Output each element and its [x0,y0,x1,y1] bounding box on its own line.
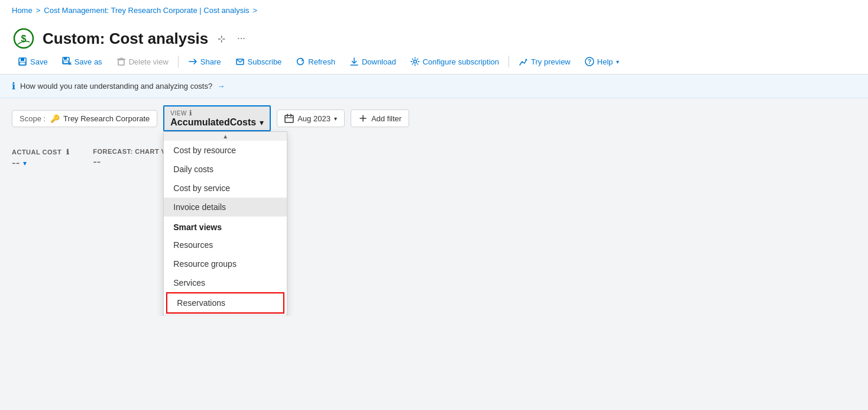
share-icon [188,57,197,66]
add-filter-icon [358,114,368,123]
invoice-details-label: Invoice details [173,202,226,212]
breadcrumb-home[interactable]: Home [12,6,33,15]
actual-cost-label: ACTUAL COST [12,148,61,156]
actual-cost-chevron[interactable]: ▾ [23,159,27,167]
view-dropdown-container: VIEW ℹ AccumulatedCosts ▾ ▲ Cost by reso… [163,105,271,131]
scope-key-icon: 🔑 [50,114,60,123]
breadcrumb: Home > Cost Management: Trey Research Co… [0,0,868,21]
download-button[interactable]: Download [344,54,402,69]
help-chevron-icon: ▾ [616,59,619,65]
resource-groups-label: Resource groups [173,259,237,269]
scope-value: Trey Research Corporate [63,114,150,123]
svg-rect-3 [21,58,24,61]
dropdown-item-cost-by-resource[interactable]: Cost by resource [164,141,287,160]
services-label: Services [173,278,205,288]
scroll-down-btn[interactable]: ▼ [164,314,287,316]
actual-cost-dash: -- [12,156,20,170]
download-icon [349,57,359,66]
dropdown-item-resources[interactable]: Resources [164,235,287,254]
svg-point-16 [413,60,416,63]
configure-subscription-button[interactable]: Configure subscription [404,54,505,69]
delete-view-label: Delete view [129,57,169,66]
refresh-icon [296,57,305,66]
save-as-button[interactable]: Save as [56,54,108,69]
help-label: Help [597,57,613,66]
subscribe-button[interactable]: Subscribe [229,54,288,69]
try-preview-label: Try preview [531,57,571,66]
share-label: Share [200,57,221,66]
view-label-text: VIEW [170,110,187,117]
filter-bar: Scope : 🔑 Trey Research Corporate VIEW ℹ… [0,98,868,138]
add-filter-button[interactable]: Add filter [351,109,409,127]
breadcrumb-sep-1: > [36,6,41,15]
actual-cost-value: -- ▾ [12,156,69,170]
dropdown-item-invoice-details[interactable]: Invoice details [164,198,287,217]
refresh-button[interactable]: Refresh [290,54,341,69]
dropdown-item-reservations[interactable]: Reservations [166,292,284,314]
view-label-small: VIEW ℹ [170,109,192,117]
actual-cost-info-icon: ℹ [66,148,70,156]
cost-by-resource-label: Cost by resource [173,146,236,155]
save-as-icon [62,57,72,66]
smart-views-header: Smart views [164,217,287,235]
svg-text:?: ? [588,59,591,65]
delete-view-button[interactable]: Delete view [111,54,174,69]
save-button[interactable]: Save [12,54,54,69]
save-icon [18,57,27,66]
daily-costs-label: Daily costs [173,164,213,174]
info-icon: ℹ [12,80,15,92]
configure-subscription-label: Configure subscription [423,57,499,66]
view-dropdown-button[interactable]: VIEW ℹ AccumulatedCosts ▾ [163,105,271,131]
date-chevron-icon: ▾ [334,115,337,122]
configure-icon [410,57,420,66]
dropdown-item-cost-by-service[interactable]: Cost by service [164,179,287,198]
more-options-icon[interactable]: ··· [235,31,247,46]
toolbar: Save Save as Delete view Share [0,50,868,75]
download-label: Download [362,57,396,66]
refresh-label: Refresh [308,57,335,66]
try-preview-button[interactable]: Try preview [513,54,576,69]
reservations-label: Reservations [177,298,225,308]
info-bar-link[interactable]: → [217,82,225,91]
scope-prefix: Scope : [20,114,46,123]
forecast-dash: -- [93,155,101,169]
view-chevron-icon: ▾ [260,118,264,127]
cost-icon-svg: $ [13,28,34,49]
toolbar-separator-1 [178,56,179,67]
svg-rect-6 [64,57,67,60]
dropdown-item-daily-costs[interactable]: Daily costs [164,160,287,179]
view-info-icon: ℹ [189,109,193,117]
cost-by-service-label: Cost by service [173,183,230,193]
help-icon: ? [585,57,594,66]
scope-button[interactable]: Scope : 🔑 Trey Research Corporate [12,110,157,127]
pin-icon[interactable]: ⊹ [215,31,228,47]
help-button[interactable]: ? Help ▾ [579,54,625,69]
save-label: Save [30,57,48,66]
content-area: ACTUAL COST ℹ -- ▾ FORECAST: CHART VIEW … [0,138,868,316]
add-filter-label: Add filter [371,114,401,123]
breadcrumb-cost-management[interactable]: Cost Management: Trey Research Corporate… [44,6,249,15]
svg-rect-20 [285,115,293,122]
share-button[interactable]: Share [182,54,227,69]
cost-labels-row: ACTUAL COST ℹ -- ▾ FORECAST: CHART VIEW … [12,148,856,170]
delete-icon [116,57,126,66]
dropdown-item-resource-groups[interactable]: Resource groups [164,254,287,273]
info-message: How would you rate understanding and ana… [20,82,212,91]
subscribe-icon [235,57,245,66]
dropdown-item-services[interactable]: Services [164,273,287,292]
page-title: Custom: Cost analysis [43,30,208,48]
view-dropdown-menu: ▲ Cost by resource Daily costs Cost by s… [163,131,287,316]
scroll-up-btn[interactable]: ▲ [164,132,287,141]
try-preview-icon [519,57,528,66]
page-header: $ Custom: Cost analysis ⊹ ··· [0,21,868,50]
resources-label: Resources [173,240,213,250]
cost-analysis-icon: $ [12,27,35,50]
svg-rect-7 [63,61,69,63]
info-bar: ℹ How would you rate understanding and a… [0,75,868,98]
date-picker-button[interactable]: Aug 2023 ▾ [277,109,345,127]
view-name-text: AccumulatedCosts [170,117,256,128]
date-value: Aug 2023 [297,114,331,123]
breadcrumb-sep-2: > [253,6,258,15]
svg-point-17 [526,59,527,61]
subscribe-label: Subscribe [248,57,282,66]
